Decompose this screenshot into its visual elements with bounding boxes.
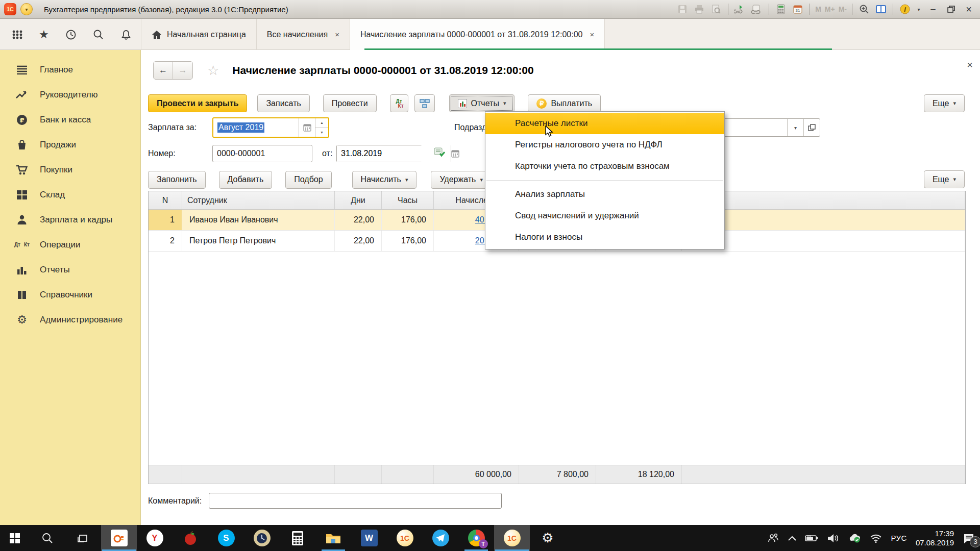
tab-salary-accrual[interactable]: Начисление зарплаты 0000-000001 от 31.08… [350, 19, 605, 50]
menu-item-salary-analysis[interactable]: Анализ зарплаты [485, 184, 724, 205]
taskbar-app-recorder[interactable] [101, 525, 137, 551]
taskbar-app-settings[interactable]: ⚙ [530, 525, 566, 551]
col-hours[interactable]: Часы [382, 191, 434, 209]
tab-close-icon[interactable]: × [335, 30, 339, 39]
memory-mminus-button[interactable]: M- [839, 5, 847, 13]
col-employee[interactable]: Сотрудник [182, 191, 335, 209]
sidebar-item-manager[interactable]: Руководителю [0, 82, 140, 107]
reports-button[interactable]: Отчеты ▾ [449, 94, 515, 112]
sidebar-item-warehouse[interactable]: Склад [0, 182, 140, 207]
menu-item-insurance-cards[interactable]: Карточки учета по страховым взносам [485, 156, 724, 177]
system-menu-button[interactable]: ▾ [20, 3, 33, 15]
sidebar-item-main[interactable]: Главное [0, 57, 140, 82]
sidebar-item-directories[interactable]: Справочники [0, 282, 140, 307]
taskbar-app-1c-active[interactable]: 1С [494, 525, 530, 551]
taskbar-app-word[interactable]: W [351, 525, 387, 551]
zoom-icon[interactable] [857, 3, 871, 15]
pay-button[interactable]: ₽ Выплатить [528, 94, 601, 112]
notification-center-icon[interactable]: 3 [963, 533, 975, 544]
wifi-icon[interactable] [870, 534, 882, 543]
split-window-icon[interactable] [874, 3, 888, 15]
number-input[interactable] [212, 145, 312, 162]
restore-button[interactable] [944, 3, 958, 15]
sidebar-item-salary-hr[interactable]: Зарплата и кадры [0, 207, 140, 232]
notifications-bell-icon[interactable] [120, 29, 132, 40]
more-button-top[interactable]: Еще▾ [924, 94, 965, 112]
publish-link-icon[interactable] [733, 3, 747, 15]
forward-button[interactable]: → [173, 62, 192, 79]
sidebar-item-bank[interactable]: ₽ Банк и касса [0, 107, 140, 132]
history-icon[interactable] [65, 29, 77, 40]
get-link-icon[interactable] [750, 3, 764, 15]
menu-item-payslips[interactable]: Расчетные листки [485, 113, 724, 134]
add-button[interactable]: Добавить [219, 171, 273, 189]
calendar-icon[interactable]: 31 [791, 3, 804, 15]
submit-close-button[interactable]: Провести и закрыть [148, 94, 247, 112]
print-icon[interactable] [693, 3, 706, 15]
pick-button[interactable]: Подбор [285, 171, 331, 189]
calendar-picker-icon[interactable] [299, 118, 315, 137]
structure-button[interactable] [414, 94, 435, 112]
start-button[interactable] [0, 525, 30, 551]
accrue-button[interactable]: Начислить▾ [352, 171, 417, 189]
taskbar-app-calculator[interactable] [280, 525, 315, 551]
task-view-button[interactable] [65, 525, 101, 551]
memory-m-button[interactable]: M [815, 5, 821, 13]
tab-all-accruals[interactable]: Все начисления × [257, 19, 350, 50]
favorite-star-icon[interactable]: ☆ [207, 63, 219, 79]
document-close-icon[interactable]: × [967, 59, 973, 71]
search-icon[interactable] [93, 29, 104, 40]
battery-icon[interactable] [805, 535, 818, 542]
fill-button[interactable]: Заполнить [148, 171, 206, 189]
clock-tray[interactable]: 17:39 07.08.2019 [916, 529, 954, 547]
save-button[interactable]: Записать [257, 94, 309, 112]
language-indicator[interactable]: РУС [891, 534, 907, 542]
more-button-table[interactable]: Еще▾ [924, 170, 965, 188]
menu-item-ndfl-registers[interactable]: Регистры налогового учета по НДФЛ [485, 134, 724, 156]
dept-open-icon[interactable] [803, 119, 820, 136]
tray-expand-icon[interactable] [788, 536, 796, 541]
post-button[interactable]: Провести [323, 94, 377, 112]
info-dropdown-icon[interactable]: ▾ [915, 3, 922, 15]
col-days[interactable]: Дни [335, 191, 382, 209]
sidebar-item-reports[interactable]: Отчеты [0, 257, 140, 282]
col-n[interactable]: N [149, 191, 182, 209]
sidebar-item-purchases[interactable]: Покупки [0, 157, 140, 182]
tab-home[interactable]: Начальная страница [141, 19, 257, 50]
date-calendar-icon[interactable] [451, 145, 459, 162]
onedrive-sync-icon[interactable] [848, 534, 861, 543]
dept-dropdown-icon[interactable]: ▾ [787, 119, 803, 136]
date-field[interactable] [336, 145, 422, 162]
menu-item-taxes-contributions[interactable]: Налоги и взносы [485, 227, 724, 248]
table-empty-area[interactable] [149, 252, 965, 465]
tab-close-icon[interactable]: × [590, 30, 594, 39]
taskbar-app-clock[interactable] [244, 525, 280, 551]
taskbar-search-button[interactable] [30, 525, 65, 551]
volume-icon[interactable] [827, 534, 839, 543]
comment-input[interactable] [209, 493, 502, 509]
taskbar-app-apple[interactable] [173, 525, 208, 551]
period-stepper[interactable]: ▴▾ [315, 118, 328, 137]
taskbar-app-chrome[interactable]: T [458, 525, 494, 551]
apps-grid-icon[interactable] [12, 30, 22, 40]
back-button[interactable]: ← [154, 62, 173, 79]
memory-mplus-button[interactable]: M+ [825, 5, 835, 13]
dt-kt-postings-button[interactable]: ДтКт [390, 94, 408, 112]
people-tray-icon[interactable] [767, 533, 779, 543]
period-field[interactable]: Август 2019 ▴▾ [212, 117, 329, 138]
sidebar-item-sales[interactable]: Продажи [0, 132, 140, 157]
save-icon[interactable] [676, 3, 689, 15]
taskbar-app-yandex[interactable]: Y [137, 525, 173, 551]
close-window-button[interactable]: × [962, 3, 976, 15]
taskbar-app-telegram[interactable] [423, 525, 458, 551]
menu-item-accruals-summary[interactable]: Свод начислений и удержаний [485, 205, 724, 227]
taskbar-app-explorer[interactable] [315, 525, 351, 551]
info-icon[interactable]: i [898, 3, 912, 15]
taskbar-app-skype[interactable]: S [208, 525, 244, 551]
preview-icon[interactable] [709, 3, 723, 15]
sidebar-item-administration[interactable]: ⚙ Администрирование [0, 307, 140, 332]
taskbar-app-1c[interactable]: 1С [387, 525, 423, 551]
withhold-button[interactable]: Удержать▾ [431, 171, 492, 189]
sidebar-item-operations[interactable]: ДтКт Операции [0, 232, 140, 257]
favorites-star-icon[interactable]: ★ [39, 28, 49, 41]
